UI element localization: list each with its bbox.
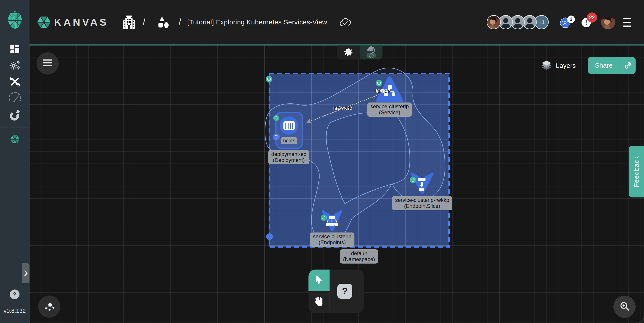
avatar[interactable] [487, 15, 501, 29]
dashboard-icon [10, 45, 19, 53]
toolbox-icon [10, 76, 20, 87]
pan-tool-button[interactable] [308, 291, 330, 313]
nginx-container-label[interactable]: nginx [281, 137, 298, 144]
workspace-icon[interactable] [157, 16, 170, 29]
layers-icon [541, 60, 552, 71]
graph-overview-button[interactable] [38, 295, 60, 318]
help-tool-button[interactable]: ? [337, 284, 352, 299]
organization-icon[interactable] [122, 15, 136, 29]
service-port-label: 80/TCP [375, 89, 391, 94]
kanvas-active-icon [10, 134, 20, 145]
service-label[interactable]: service-clusterip(Service) [367, 103, 412, 117]
notifications-count-badge: 22 [587, 13, 597, 23]
feedback-tab[interactable]: Feedback [629, 146, 644, 197]
kanvas-wordmark: KANVAS [54, 16, 108, 28]
collaboration-dock [337, 46, 382, 60]
sidebar-expand-button[interactable] [22, 263, 30, 283]
cursor-icon [315, 275, 324, 285]
gears-icon [9, 60, 20, 71]
feedback-label: Feedback [633, 156, 640, 187]
endpoints-label[interactable]: service-clusterip(Endpoints) [310, 232, 354, 247]
share-button[interactable]: Share [588, 57, 636, 74]
main-menu-button[interactable] [621, 16, 633, 28]
breadcrumb-separator: / [178, 16, 181, 29]
toolbar-divider [330, 272, 330, 310]
sidebar-item-lifecycle[interactable] [0, 60, 30, 71]
app-header: KANVAS / [0, 0, 644, 46]
share-label: Share [588, 62, 620, 69]
graph-icon [44, 301, 55, 312]
zoom-in-button[interactable] [614, 296, 636, 318]
endpointslice-label[interactable]: service-clusterip-rwkkp(EndpointSlice) [392, 196, 452, 210]
performance-gauge-icon [8, 92, 22, 102]
canvas-menu-button[interactable] [36, 52, 59, 75]
headset-spinner-icon [366, 46, 377, 59]
tool-palette: ? [308, 269, 364, 313]
sidebar-item-extensions[interactable] [0, 109, 30, 122]
sidebar-divider [0, 128, 30, 128]
hand-icon [314, 297, 324, 307]
copy-link-button[interactable] [620, 62, 636, 70]
meshery-logo[interactable] [0, 0, 30, 40]
breadcrumb-separator: / [143, 16, 146, 29]
extensions-icon [9, 109, 21, 122]
kanvas-app: service-clusterip(Service) nginx deploym… [0, 0, 644, 323]
namespace-label[interactable]: default(Namespace) [340, 249, 378, 263]
link-icon [624, 62, 632, 70]
sidebar-item-configuration[interactable] [0, 76, 30, 87]
sidebar-help-button[interactable]: ? [10, 289, 20, 299]
cloud-sync-icon [339, 16, 352, 28]
assistant-button[interactable] [360, 46, 382, 60]
kubernetes-context-count: 2 [567, 16, 575, 23]
kanvas-logo-icon[interactable] [36, 14, 52, 30]
layers-label: Layers [556, 62, 576, 70]
sidebar-item-performance[interactable] [0, 91, 30, 103]
meshsync-button[interactable] [337, 46, 360, 60]
design-title[interactable]: [Tutorial] Exploring Kubernetes Services… [187, 16, 327, 29]
user-avatar[interactable] [601, 15, 615, 29]
version-label: v0.8.132 [1, 307, 28, 314]
zoom-in-icon [619, 301, 630, 312]
chevron-right-icon [24, 270, 28, 276]
menu-icon [623, 18, 631, 19]
layers-control[interactable]: Layers [541, 60, 576, 72]
hamburger-icon [43, 60, 52, 68]
collaborator-avatars[interactable]: +1 [487, 15, 551, 29]
pinwheel-icon [344, 47, 353, 58]
edge-network-label: network [334, 105, 352, 111]
select-tool-button[interactable] [308, 269, 330, 291]
sidebar-item-dashboard[interactable] [0, 44, 30, 54]
header-bar [30, 0, 644, 46]
sidebar-item-kanvas-active[interactable] [0, 133, 30, 146]
meshery-logo-icon [7, 11, 22, 29]
deployment-label[interactable]: deployment-ec(Deployment) [268, 150, 309, 164]
